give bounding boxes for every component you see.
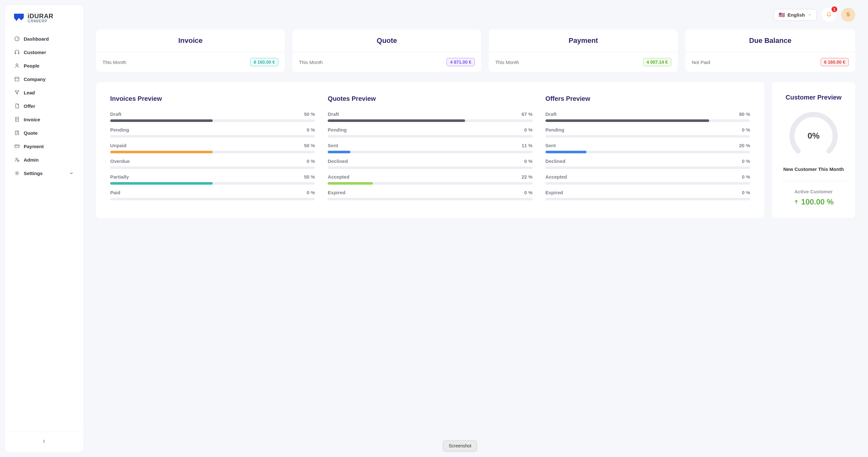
sidebar-item-label: People xyxy=(24,63,39,68)
admin-icon xyxy=(14,157,20,163)
preview-list: Draft 67 % Pending 0 % Sent 11 % Decline… xyxy=(328,111,532,200)
notification-badge: 1 xyxy=(832,6,837,12)
progress-bar xyxy=(110,151,315,153)
svg-rect-3 xyxy=(16,131,19,135)
stat-card-quote: Quote This Month 4 871.00 € xyxy=(292,29,481,72)
metric-row: Draft 80 % xyxy=(546,111,750,122)
sidebar-item-lead[interactable]: Lead xyxy=(10,86,78,99)
logo[interactable]: iDURAR CRM/ERP xyxy=(5,5,83,29)
metric-row: Paid 0 % xyxy=(110,190,315,200)
metric-pct: 50 % xyxy=(304,174,315,179)
sidebar-item-customer[interactable]: Customer xyxy=(10,45,78,59)
metric-label: Draft xyxy=(328,111,339,117)
metric-pct: 80 % xyxy=(739,111,750,117)
bell-icon xyxy=(826,11,832,18)
sidebar-item-label: Lead xyxy=(24,90,35,95)
brand-sub: CRM/ERP xyxy=(28,19,54,23)
sidebar-item-dashboard[interactable]: Dashboard xyxy=(10,32,78,45)
invoice-icon xyxy=(14,117,20,122)
stat-amount: 4 007.14 € xyxy=(643,58,671,66)
screenshot-button[interactable]: Screenshot xyxy=(443,440,477,451)
metric-pct: 0 % xyxy=(307,190,315,195)
sidebar-item-payment[interactable]: Payment xyxy=(10,139,78,153)
sidebar-item-admin[interactable]: Admin xyxy=(10,153,78,166)
sidebar-item-label: Dashboard xyxy=(24,36,49,42)
metric-row: Unpaid 50 % xyxy=(110,143,315,153)
progress-bar xyxy=(328,151,532,153)
customer-preview-card: Customer Preview 0% New Customer This Mo… xyxy=(772,82,855,218)
quotes-preview: Quotes Preview Draft 67 % Pending 0 % Se… xyxy=(328,95,532,205)
metric-label: Pending xyxy=(328,127,346,132)
sidebar-item-company[interactable]: Company xyxy=(10,72,78,86)
file-icon xyxy=(14,103,20,109)
chevron-down-icon xyxy=(68,170,74,176)
svg-point-5 xyxy=(16,158,17,160)
sidebar-item-label: Company xyxy=(24,76,45,82)
stat-title: Due Balance xyxy=(685,29,855,52)
sidebar-item-label: Offer xyxy=(24,103,35,109)
metric-row: Draft 67 % xyxy=(328,111,532,122)
sidebar-item-invoice[interactable]: Invoice xyxy=(10,112,78,126)
progress-fill xyxy=(328,182,373,185)
notifications-button[interactable]: 1 xyxy=(822,8,836,22)
divider xyxy=(781,181,846,181)
sidebar-item-quote[interactable]: Quote xyxy=(10,126,78,139)
sidebar-item-label: Quote xyxy=(24,130,37,136)
offers-preview: Offers Preview Draft 80 % Pending 0 % Se… xyxy=(546,95,750,205)
progress-bar xyxy=(546,182,750,185)
progress-bar xyxy=(328,119,532,122)
progress-bar xyxy=(546,166,750,169)
svg-point-7 xyxy=(16,172,18,174)
person-icon xyxy=(14,63,20,68)
language-selector[interactable]: 🇺🇸 English xyxy=(774,9,817,21)
metric-pct: 0 % xyxy=(524,127,533,132)
metric-row: Pending 0 % xyxy=(110,127,315,138)
metric-pct: 50 % xyxy=(304,111,315,117)
svg-point-6 xyxy=(18,160,19,162)
metric-label: Pending xyxy=(546,127,564,132)
sidebar-collapse-button[interactable] xyxy=(5,432,83,452)
metric-pct: 0 % xyxy=(742,127,750,132)
svg-point-1 xyxy=(16,64,18,66)
sidebar-item-people[interactable]: People xyxy=(10,59,78,72)
progress-bar xyxy=(546,198,750,200)
sidebar-item-offer[interactable]: Offer xyxy=(10,99,78,112)
stat-title: Invoice xyxy=(96,29,285,52)
sidebar: iDURAR CRM/ERP Dashboard Customer People… xyxy=(5,5,83,452)
logo-mark-icon xyxy=(13,13,25,23)
metric-label: Declined xyxy=(546,158,566,164)
quote-icon xyxy=(14,130,20,136)
metric-row: Declined 0 % xyxy=(328,158,532,169)
chevron-left-icon xyxy=(41,438,47,444)
metric-pct: 11 % xyxy=(522,143,532,148)
sidebar-item-label: Invoice xyxy=(24,117,40,122)
gauge-value: 0% xyxy=(788,110,839,161)
stat-amount: 8 160.00 € xyxy=(250,58,278,66)
avatar[interactable]: S xyxy=(841,8,855,22)
progress-bar xyxy=(328,182,532,185)
metric-row: Partially 50 % xyxy=(110,174,315,185)
preview-title: Invoices Preview xyxy=(110,95,315,102)
metric-label: Sent xyxy=(546,143,556,148)
progress-bar xyxy=(546,119,750,122)
stat-card-payment: Payment This Month 4 007.14 € xyxy=(489,29,677,72)
metric-row: Declined 0 % xyxy=(546,158,750,169)
stat-title: Quote xyxy=(292,29,481,52)
brand-name: iDURAR xyxy=(28,13,54,19)
metric-row: Expired 0 % xyxy=(328,190,532,200)
metric-pct: 0 % xyxy=(524,190,533,195)
metric-label: Draft xyxy=(110,111,121,117)
sidebar-item-settings[interactable]: Settings xyxy=(10,166,78,180)
metric-label: Paid xyxy=(110,190,120,195)
nav: Dashboard Customer People Company Lead O… xyxy=(5,29,83,432)
progress-fill xyxy=(110,119,213,122)
metric-label: Accepted xyxy=(546,174,567,179)
arrow-up-icon xyxy=(794,199,799,205)
stat-period: This Month xyxy=(495,60,519,65)
progress-bar xyxy=(110,135,315,138)
metric-label: Declined xyxy=(328,158,348,164)
progress-bar xyxy=(110,119,315,122)
svg-rect-4 xyxy=(15,145,19,148)
metric-pct: 20 % xyxy=(739,143,750,148)
headset-icon xyxy=(14,49,20,55)
